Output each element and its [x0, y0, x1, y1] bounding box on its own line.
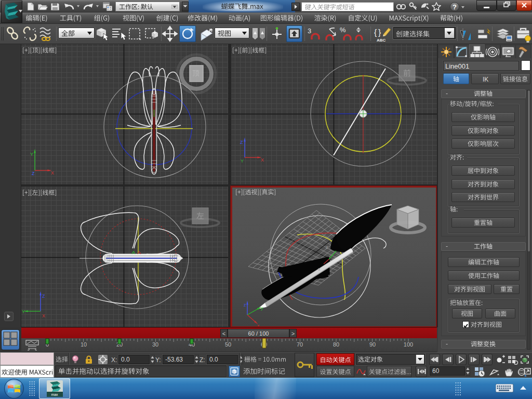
svg-text:Z: Z — [42, 294, 45, 299]
svg-text:ABC: ABC — [377, 38, 386, 43]
svg-text:x: x — [318, 267, 321, 272]
svg-text:%: % — [340, 26, 346, 34]
svg-text:10: 10 — [81, 341, 87, 348]
svg-text:80: 80 — [333, 341, 339, 348]
svg-text:Z: Z — [32, 171, 35, 176]
svg-text:{: { — [374, 28, 377, 37]
svg-text:X: X — [51, 170, 54, 176]
svg-text:y: y — [261, 305, 263, 311]
svg-text:90: 90 — [369, 341, 376, 348]
svg-text:}: } — [378, 28, 381, 37]
svg-text:30: 30 — [152, 341, 158, 348]
svg-text:Y: Y — [241, 158, 244, 164]
svg-text:Y: Y — [22, 309, 25, 314]
svg-text:70: 70 — [297, 341, 303, 348]
svg-text:X: X — [261, 157, 264, 163]
svg-text:Y: Y — [30, 152, 33, 157]
svg-text:z: z — [326, 245, 328, 250]
svg-text:x: x — [257, 323, 260, 326]
svg-text:50: 50 — [225, 341, 231, 348]
svg-text:max: max — [51, 393, 58, 396]
svg-text:100: 100 — [404, 341, 413, 348]
svg-text:3: 3 — [308, 27, 311, 35]
svg-text:Z: Z — [240, 140, 243, 145]
svg-text:X: X — [42, 313, 45, 318]
svg-text:z: z — [244, 302, 246, 308]
